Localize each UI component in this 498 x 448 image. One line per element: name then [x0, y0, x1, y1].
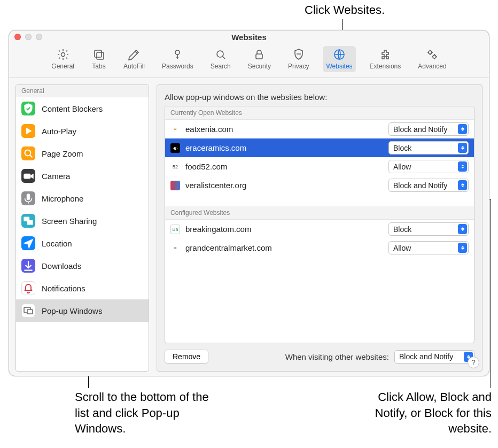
chevron-updown-icon — [458, 180, 467, 190]
svg-point-7 — [429, 51, 432, 54]
toolbar-label: Privacy — [288, 63, 309, 70]
sidebar-item-content-blockers[interactable]: Content Blockers — [16, 97, 149, 120]
toolbar-label: Passwords — [162, 63, 193, 70]
chevron-updown-icon — [458, 224, 467, 234]
svg-point-8 — [433, 55, 436, 58]
default-label: When visiting other websites: — [285, 352, 389, 361]
zoom-icon[interactable] — [36, 34, 42, 40]
toolbar-item-extensions[interactable]: Extensions — [367, 46, 404, 72]
chevron-updown-icon — [458, 161, 467, 172]
download-icon — [21, 259, 35, 273]
sidebar-item-label: Content Blockers — [42, 104, 103, 113]
site-setting-select[interactable]: Allow — [388, 241, 469, 254]
favicon: ✶ — [170, 125, 180, 134]
toolbar-label: Websites — [326, 63, 352, 70]
sidebar-item-label: Screen Sharing — [42, 217, 97, 226]
toolbar-item-autofill[interactable]: AutoFill — [120, 46, 148, 72]
mic-icon — [21, 191, 35, 205]
close-icon[interactable] — [14, 34, 21, 40]
list-section-header: Currently Open Websites — [165, 106, 474, 120]
sidebar-item-location[interactable]: Location — [16, 232, 149, 254]
favicon: 52 — [170, 162, 180, 172]
sidebar-item-label: Location — [42, 239, 72, 248]
site-name: grandcentralmarket.com — [185, 243, 383, 252]
remove-button[interactable]: Remove — [165, 350, 208, 364]
sidebar-item-label: Notifications — [42, 284, 85, 293]
svg-marker-12 — [30, 174, 33, 179]
toolbar-item-security[interactable]: Security — [245, 46, 274, 72]
site-row[interactable]: ·ɐ·eraceramics.comBlock — [165, 138, 474, 157]
toolbar-item-general[interactable]: General — [48, 46, 77, 72]
toolbar-item-advanced[interactable]: Advanced — [415, 46, 449, 72]
site-setting-value: Block and Notify — [393, 125, 447, 134]
site-list[interactable]: Currently Open Websites✶eatxenia.comBloc… — [165, 106, 474, 343]
shield-icon — [21, 102, 35, 115]
site-setting-value: Allow — [393, 163, 411, 171]
site-setting-value: Block and Notify — [393, 181, 447, 190]
sidebar-item-downloads[interactable]: Downloads — [16, 254, 149, 277]
sidebar-item-notifications[interactable]: Notifications — [16, 277, 149, 299]
svg-point-3 — [175, 50, 180, 55]
sidebar-item-label: Downloads — [42, 261, 81, 271]
main-panel: Allow pop-up windows on the websites bel… — [157, 84, 483, 372]
svg-point-4 — [217, 51, 223, 57]
sidebar-item-pop-up-windows[interactable]: Pop-up Windows — [16, 299, 149, 322]
tabs-icon — [91, 48, 106, 61]
bottom-row: Remove When visiting other websites: Blo… — [165, 350, 474, 364]
svg-point-10 — [25, 150, 31, 156]
site-row[interactable]: 52food52.comAllow — [165, 157, 474, 176]
site-setting-select[interactable]: Block and Notify — [388, 122, 469, 136]
svg-rect-11 — [24, 174, 30, 179]
sidebar-item-auto-play[interactable]: Auto-Play — [16, 120, 149, 142]
security-icon — [252, 48, 267, 61]
site-setting-select[interactable]: Block — [388, 141, 469, 155]
sidebar-item-label: Pop-up Windows — [42, 306, 102, 315]
play-icon — [21, 124, 35, 138]
site-row[interactable]: ✶eatxenia.comBlock and Notify — [165, 120, 474, 138]
toolbar-label: General — [51, 63, 74, 70]
site-setting-select[interactable]: Allow — [388, 160, 469, 173]
toolbar: GeneralTabsAutoFillPasswordsSearchSecuri… — [9, 44, 489, 78]
sidebar-item-microphone[interactable]: Microphone — [16, 187, 149, 210]
sidebar-item-screen-sharing[interactable]: Screen Sharing — [16, 210, 149, 232]
site-setting-select[interactable]: Block — [388, 222, 469, 236]
help-button[interactable]: ? — [468, 357, 479, 368]
site-row[interactable]: ≡grandcentralmarket.comAllow — [165, 238, 474, 257]
annotation-top: Click Websites. — [224, 2, 385, 18]
site-setting-value: Allow — [393, 244, 411, 252]
screen-icon — [21, 214, 35, 228]
site-setting-value: Block — [393, 144, 411, 152]
toolbar-label: Advanced — [418, 63, 446, 70]
window-body: General Content BlockersAuto-PlayPage Zo… — [9, 78, 489, 376]
annotation-bottom-right: Click Allow, Block and Notify, or Block … — [358, 389, 492, 437]
toolbar-item-privacy[interactable]: Privacy — [285, 46, 312, 72]
toolbar-item-passwords[interactable]: Passwords — [159, 46, 197, 72]
favicon: ≡ — [170, 243, 180, 253]
favicon: Ba — [170, 225, 180, 234]
sidebar-item-label: Microphone — [42, 194, 83, 203]
site-row[interactable]: Babreakingatom.comBlock — [165, 220, 474, 238]
sidebar-item-camera[interactable]: Camera — [16, 165, 149, 187]
titlebar: Websites — [9, 30, 489, 44]
sidebar-item-page-zoom[interactable]: Page Zoom — [16, 142, 149, 165]
site-setting-select[interactable]: Block and Notify — [388, 179, 469, 192]
site-row[interactable]: veralistcenter.orgBlock and Notify — [165, 176, 474, 195]
toolbar-label: Security — [248, 63, 271, 70]
svg-rect-2 — [97, 52, 104, 59]
svg-rect-1 — [95, 50, 102, 57]
sidebar[interactable]: General Content BlockersAuto-PlayPage Zo… — [15, 84, 149, 372]
svg-rect-17 — [27, 310, 33, 314]
svg-marker-9 — [26, 128, 32, 135]
callout-line-br-v — [491, 199, 491, 388]
minimize-icon[interactable] — [25, 34, 32, 40]
toolbar-item-search[interactable]: Search — [207, 46, 234, 72]
autofill-icon — [127, 48, 142, 61]
toolbar-item-tabs[interactable]: Tabs — [88, 46, 110, 72]
sidebar-header: General — [16, 85, 149, 97]
toolbar-item-websites[interactable]: Websites — [323, 46, 355, 72]
traffic-lights — [14, 34, 42, 40]
site-name: eraceramics.com — [185, 143, 383, 152]
default-select[interactable]: Block and Notify — [394, 350, 474, 364]
websites-icon — [332, 48, 347, 61]
sidebar-item-label: Auto-Play — [42, 127, 76, 136]
